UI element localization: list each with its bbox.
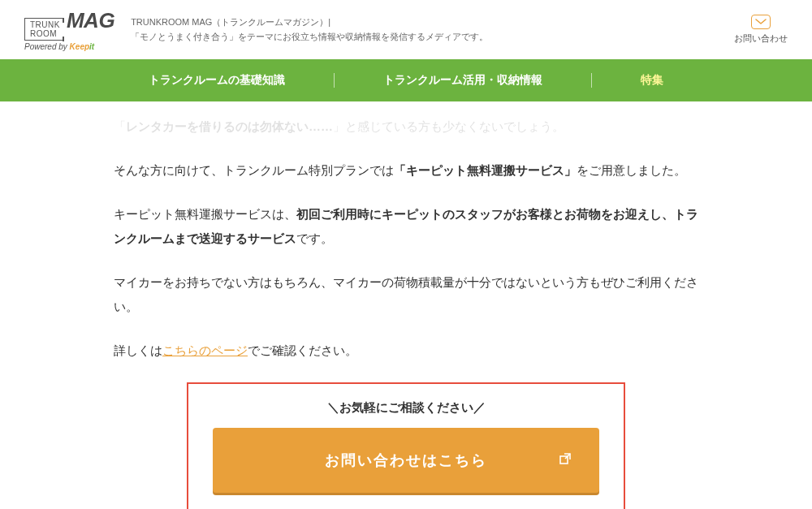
- site-header: TRUNK ROOM MAG Powered by Keepit TRUNKRO…: [0, 0, 812, 59]
- cta-box: ＼お気軽にご相談ください／ お問い合わせはこちら: [187, 382, 625, 509]
- article-body: 「レンタカーを借りるのは勿体ない……」と感じている方も少なくないでしょう。 そん…: [0, 101, 812, 509]
- header-contact-button[interactable]: お問い合わせ: [734, 15, 788, 45]
- cta-contact-button[interactable]: お問い合わせはこちら: [213, 428, 599, 493]
- header-description: TRUNKROOM MAG（トランクルームマガジン）| 「モノとうまく付き合う」…: [131, 15, 734, 44]
- text: キーピット無料運搬サービスは、: [114, 207, 296, 221]
- logo-sub-it: it: [89, 42, 94, 51]
- text: そんな方に向けて、トランクルーム特別プランでは: [114, 163, 394, 177]
- nav-item-basics[interactable]: トランクルームの基礎知識: [100, 73, 334, 88]
- article-paragraph: マイカーをお持ちでない方はもちろん、マイカーの荷物積載量が十分ではないという方も…: [114, 270, 698, 319]
- logo-sub-prefix: Powered by: [24, 42, 70, 51]
- logo-subtitle: Powered by Keepit: [24, 42, 114, 51]
- text: をご用意しました。: [577, 163, 686, 177]
- details-link[interactable]: こちらのページ: [162, 343, 248, 357]
- mail-icon: [751, 15, 771, 29]
- header-desc-line2: 「モノとうまく付き合う」をテーマにお役立ち情報や収納情報を発信するメディアです。: [131, 30, 734, 45]
- logo-trunk-line2: ROOM: [30, 29, 60, 38]
- logo-trunk-line1: TRUNK: [30, 20, 60, 29]
- logo-sub-keep: Keep: [70, 42, 89, 51]
- text: 詳しくは: [114, 343, 162, 357]
- text-bold: 「キーピット無料運搬サービス」: [394, 163, 577, 177]
- nav-item-storage[interactable]: トランクルーム活用・収納情報: [335, 73, 591, 88]
- article-line-partial: 「レンタカーを借りるのは勿体ない……」と感じている方も少なくないでしょう。: [114, 114, 698, 139]
- header-contact-label: お問い合わせ: [734, 32, 788, 45]
- header-desc-line1: TRUNKROOM MAG（トランクルームマガジン）|: [131, 15, 734, 30]
- text: でご確認ください。: [248, 343, 357, 357]
- article-paragraph: 詳しくはこちらのページでご確認ください。: [114, 339, 698, 363]
- cta-lead-text: ＼お気軽にご相談ください／: [213, 395, 599, 420]
- nav-item-feature[interactable]: 特集: [592, 73, 712, 88]
- article-paragraph: そんな方に向けて、トランクルーム特別プランでは「キーピット無料運搬サービス」をご…: [114, 158, 698, 183]
- cta-button-label: お問い合わせはこちら: [325, 446, 487, 475]
- logo-mag-text: MAG: [67, 8, 114, 33]
- logo-trunk-icon: TRUNK ROOM: [24, 18, 63, 41]
- global-nav: トランクルームの基礎知識 トランクルーム活用・収納情報 特集: [0, 59, 812, 101]
- external-link-icon: [559, 446, 572, 475]
- article-paragraph: キーピット無料運搬サービスは、初回ご利用時にキーピットのスタッフがお客様とお荷物…: [114, 202, 698, 251]
- site-logo[interactable]: TRUNK ROOM MAG Powered by Keepit: [24, 8, 114, 51]
- text: です。: [296, 231, 333, 245]
